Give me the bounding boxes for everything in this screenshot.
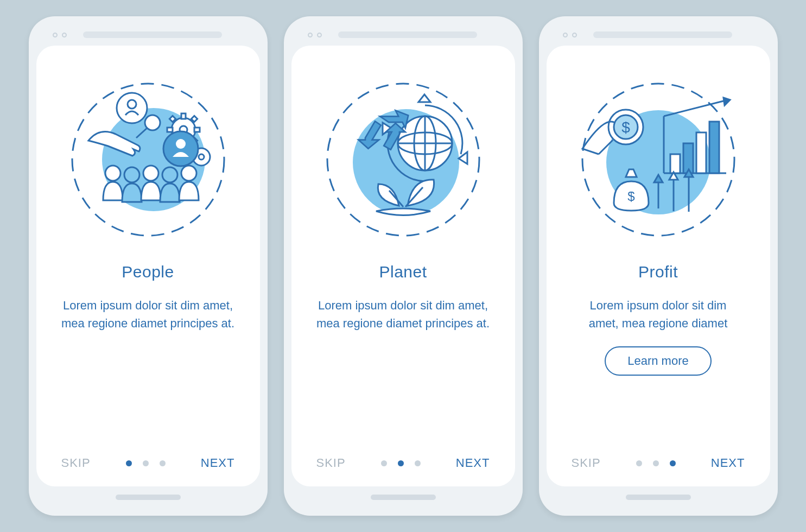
learn-more-button[interactable]: Learn more — [605, 346, 712, 376]
pager-dot[interactable] — [636, 460, 642, 466]
page-indicator — [381, 460, 421, 466]
page-indicator — [126, 460, 166, 466]
svg-rect-6 — [167, 128, 173, 132]
phone-notch — [291, 24, 515, 46]
svg-point-20 — [105, 166, 120, 181]
svg-point-17 — [176, 139, 186, 149]
svg-point-24 — [181, 166, 196, 181]
svg-rect-44 — [709, 122, 719, 173]
phone-frame: Planet Lorem ipsum dolor sit dim amet, m… — [284, 16, 523, 516]
onboarding-body: Lorem ipsum dolor sit dim amet, mea regi… — [577, 296, 740, 332]
onboarding-screen: Planet Lorem ipsum dolor sit dim amet, m… — [291, 46, 515, 486]
svg-point-22 — [143, 166, 158, 181]
onboarding-footer: SKIP NEXT — [313, 451, 493, 470]
skip-button[interactable]: SKIP — [61, 456, 91, 470]
planet-icon — [322, 78, 485, 241]
pager-dot[interactable] — [415, 460, 421, 466]
svg-text:$: $ — [627, 189, 634, 204]
pager-dot[interactable] — [160, 460, 166, 466]
onboarding-body: Lorem ipsum dolor sit dim amet, mea regi… — [61, 296, 235, 332]
pager-dot[interactable] — [381, 460, 387, 466]
page-indicator — [636, 460, 676, 466]
svg-marker-34 — [418, 94, 430, 102]
svg-point-13 — [199, 154, 204, 160]
next-button[interactable]: NEXT — [456, 456, 490, 470]
pager-dot[interactable] — [670, 460, 676, 466]
onboarding-screen: $ $ Profit Lorem ipsum dolor s — [547, 46, 770, 486]
onboarding-body: Lorem ipsum dolor sit dim amet, mea regi… — [316, 296, 490, 332]
svg-rect-4 — [181, 113, 186, 119]
onboarding-footer: SKIP NEXT — [58, 451, 238, 470]
svg-marker-45 — [724, 98, 730, 105]
pager-dot[interactable] — [126, 460, 132, 466]
svg-point-21 — [124, 167, 139, 182]
svg-text:$: $ — [621, 119, 630, 136]
home-indicator — [116, 495, 181, 500]
home-indicator — [371, 495, 436, 500]
onboarding-title: Planet — [379, 263, 427, 281]
svg-point-23 — [162, 167, 177, 182]
svg-point-19 — [145, 115, 160, 130]
skip-button[interactable]: SKIP — [316, 456, 346, 470]
onboarding-footer: SKIP NEXT — [568, 451, 748, 470]
onboarding-title: Profit — [638, 263, 678, 281]
pager-dot[interactable] — [398, 460, 404, 466]
next-button[interactable]: NEXT — [201, 456, 235, 470]
home-indicator — [626, 495, 691, 500]
svg-rect-7 — [194, 128, 200, 132]
svg-rect-41 — [670, 154, 680, 173]
pager-dot[interactable] — [143, 460, 149, 466]
phone-frame: People Lorem ipsum dolor sit dim amet, m… — [29, 16, 268, 516]
phone-notch — [36, 24, 260, 46]
people-icon — [67, 78, 230, 241]
svg-rect-43 — [696, 132, 706, 173]
svg-marker-32 — [459, 152, 467, 164]
skip-button[interactable]: SKIP — [572, 456, 601, 470]
next-button[interactable]: NEXT — [711, 456, 745, 470]
onboarding-screen: People Lorem ipsum dolor sit dim amet, m… — [36, 46, 260, 486]
profit-icon: $ $ — [577, 78, 740, 241]
onboarding-title: People — [122, 263, 174, 281]
pager-dot[interactable] — [653, 460, 659, 466]
phone-frame: $ $ Profit Lorem ipsum dolor s — [539, 16, 778, 516]
phone-notch — [547, 24, 770, 46]
